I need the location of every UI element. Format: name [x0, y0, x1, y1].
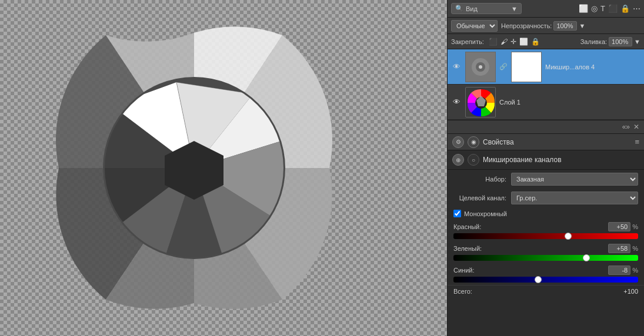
layer-link-icon: 🔗	[499, 63, 508, 70]
right-panel: 🔍 Вид ▼ ⬜ ◎ T ⬛ 🔒 ⋯ Обычные Непрозрачнос…	[447, 0, 644, 336]
panel-controls: «» ✕	[448, 120, 644, 134]
canvas-area	[0, 0, 447, 336]
layer-item-layer1[interactable]: 👁 Слой 1	[448, 85, 644, 120]
lock-artboard-icon[interactable]: ⬜	[519, 38, 528, 46]
layer-name-mixer: Микшир...алов 4	[545, 63, 595, 70]
view-selector[interactable]: 🔍 Вид ▼	[451, 3, 522, 14]
fill-control: Заливка: ▼	[580, 37, 640, 46]
channel-label: Целевой канал:	[453, 194, 506, 201]
layer-thumb-layer1	[465, 87, 496, 117]
blue-value-input[interactable]	[608, 266, 630, 275]
green-pct: %	[632, 245, 638, 252]
red-value-input[interactable]	[608, 222, 630, 231]
fill-label: Заливка:	[580, 38, 607, 45]
green-label: Зеленый:	[453, 245, 482, 252]
collapse-icon[interactable]: «»	[622, 123, 630, 131]
layer-item-mixer[interactable]: 👁 🔗 Микшир...алов 4	[448, 49, 644, 85]
total-value: +100	[623, 288, 638, 295]
fill-chevron: ▼	[634, 38, 640, 45]
monochrome-checkbox[interactable]	[453, 210, 461, 217]
chevron-down-icon: ▼	[511, 5, 518, 12]
opacity-control: Непрозрачность: ▼	[501, 21, 585, 31]
props-menu-icon[interactable]: ≡	[635, 137, 639, 146]
lock-all-icon[interactable]: 🔒	[531, 38, 540, 46]
blue-thumb[interactable]	[535, 276, 542, 283]
fill-input[interactable]	[609, 37, 632, 46]
green-slider-section: Зеленый: %	[448, 241, 644, 263]
red-track[interactable]	[453, 233, 638, 239]
frame-icon[interactable]: ⬛	[608, 4, 618, 13]
green-thumb[interactable]	[583, 254, 590, 261]
props-title: Свойства	[483, 138, 514, 146]
red-slider-header: Красный: %	[453, 222, 638, 231]
green-slider-header: Зеленый: %	[453, 244, 638, 253]
top-bar: 🔍 Вид ▼ ⬜ ◎ T ⬛ 🔒 ⋯	[448, 0, 644, 18]
channel-select[interactable]: Гр.сер.	[511, 191, 638, 204]
props-gear-icon: ⚙	[452, 136, 464, 148]
monochrome-label[interactable]: Монохромный	[464, 210, 507, 217]
blue-slider-section: Синий: %	[448, 263, 644, 285]
blend-mode-select[interactable]: Обычные	[451, 20, 498, 32]
eye-icon-layer1[interactable]: 👁	[451, 98, 462, 106]
lock-icons: ⬛ 🖌 ✛ ⬜ 🔒	[489, 38, 540, 46]
channel-row: Целевой канал: Гр.сер.	[448, 189, 644, 207]
search-icon: 🔍	[455, 5, 463, 12]
props-header: ⚙ ◉ Свойства ≡	[448, 134, 644, 150]
blue-track[interactable]	[453, 277, 638, 283]
mixer-icon2: ○	[468, 154, 479, 166]
view-label: Вид	[466, 5, 478, 12]
total-label: Всего:	[453, 288, 472, 295]
opacity-label: Непрозрачность:	[501, 22, 552, 29]
layer-thumb-mixer	[465, 52, 496, 82]
panel-top-icons: ⬜ ◎ T ⬛ 🔒 ⋯	[579, 4, 640, 13]
mixer-title: Микширование каналов	[483, 156, 562, 164]
red-label: Красный:	[453, 223, 481, 230]
blue-value-box: %	[608, 266, 638, 275]
layer-mask-mixer	[511, 52, 542, 82]
eye-icon-mixer[interactable]: 👁	[451, 62, 462, 71]
lock-icon[interactable]: 🔒	[620, 4, 630, 13]
red-pct: %	[632, 223, 638, 230]
opacity-input[interactable]	[553, 21, 577, 31]
properties-panel: ⚙ ◉ Свойства ≡ ⊕ ○ Микширование каналов …	[448, 134, 644, 336]
opacity-chevron: ▼	[579, 22, 585, 29]
red-value-box: %	[608, 222, 638, 231]
svg-point-19	[479, 65, 482, 69]
text-icon[interactable]: T	[600, 4, 605, 13]
layer-name-layer1: Слой 1	[499, 99, 520, 106]
red-slider-section: Красный: %	[448, 220, 644, 241]
monochrome-row: Монохромный	[448, 207, 644, 220]
green-value-box: %	[608, 244, 638, 253]
blue-pct: %	[632, 267, 638, 274]
close-panel-icon[interactable]: ✕	[633, 123, 639, 131]
lock-label: Закрепить:	[451, 38, 484, 45]
lock-position-icon[interactable]: ✛	[510, 38, 516, 46]
lock-row: Закрепить: ⬛ 🖌 ✛ ⬜ 🔒 Заливка: ▼	[448, 34, 644, 49]
lock-transparent-icon[interactable]: ⬛	[489, 38, 498, 46]
green-value-input[interactable]	[608, 244, 630, 253]
blue-label: Синий:	[453, 267, 475, 274]
lock-paint-icon[interactable]: 🖌	[500, 38, 508, 46]
props-layer-icon: ◉	[468, 136, 479, 148]
mixer-icon: ⊕	[452, 154, 464, 166]
green-track[interactable]	[453, 255, 638, 261]
total-row: Всего: +100	[448, 285, 644, 297]
layers-options: Обычные Непрозрачность: ▼	[448, 18, 644, 34]
preset-select[interactable]: Заказная	[511, 173, 638, 186]
layers-list: 👁 🔗 Микшир...алов 4 👁	[448, 49, 644, 120]
target-icon[interactable]: ◎	[591, 4, 598, 13]
dots-icon[interactable]: ⋯	[633, 4, 640, 13]
preset-row: Набор: Заказная	[448, 170, 644, 189]
preset-label: Набор:	[453, 176, 506, 183]
mixer-header: ⊕ ○ Микширование каналов	[448, 150, 644, 170]
blue-slider-header: Синий: %	[453, 266, 638, 275]
image-icon[interactable]: ⬜	[579, 4, 588, 13]
red-thumb[interactable]	[565, 233, 572, 240]
